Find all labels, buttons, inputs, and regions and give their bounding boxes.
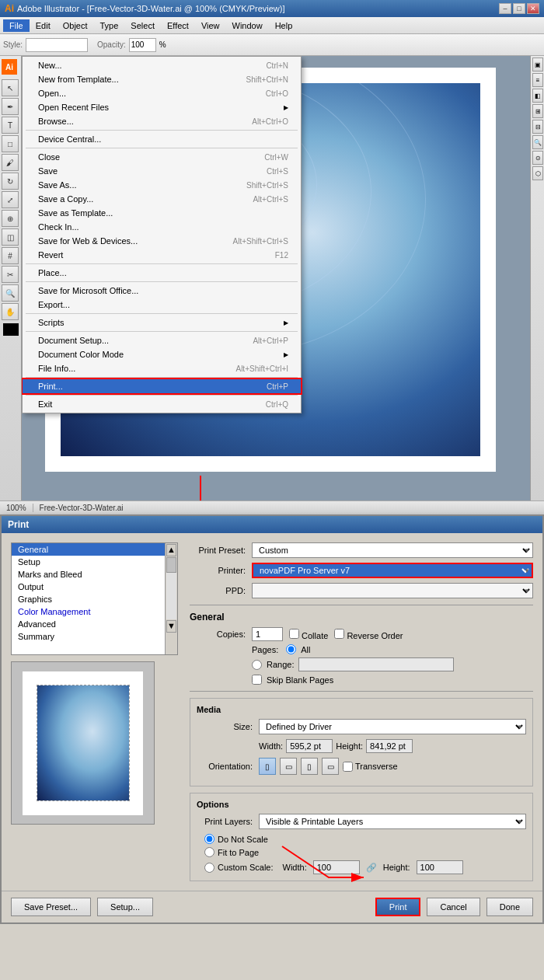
landscape-flip-btn[interactable]: ▭ [322, 758, 339, 775]
preset-select[interactable]: Custom [252, 542, 533, 558]
list-scrollbar[interactable]: ▲ ▼ [165, 543, 177, 654]
panel-btn-4[interactable]: ⊞ [532, 104, 543, 118]
list-item-graphics[interactable]: Graphics [12, 593, 177, 605]
maximize-button[interactable]: □ [513, 3, 525, 14]
close-button[interactable]: ✕ [527, 3, 539, 14]
menu-new[interactable]: New... Ctrl+N [23, 58, 301, 72]
menu-scripts[interactable]: Scripts [23, 316, 301, 330]
gradient-tool[interactable]: ◫ [2, 228, 19, 246]
landscape-btn[interactable]: ▭ [280, 758, 297, 775]
scissors-tool[interactable]: ✂ [2, 266, 19, 283]
menu-color-mode[interactable]: Document Color Mode [23, 347, 301, 361]
panel-btn-1[interactable]: ▣ [532, 58, 543, 71]
list-item-marks[interactable]: Marks and Bleed [12, 568, 177, 581]
menu-place[interactable]: Place... [23, 266, 301, 280]
list-item-color[interactable]: Color Management [12, 605, 177, 618]
scroll-thumb[interactable] [166, 557, 176, 573]
skip-blank-checkbox[interactable] [252, 675, 262, 685]
menu-device-central[interactable]: Device Central... [23, 132, 301, 146]
fill-color[interactable] [3, 323, 19, 336]
list-item-summary[interactable]: Summary [12, 630, 177, 643]
minimize-button[interactable]: – [499, 3, 511, 14]
panel-btn-5[interactable]: ⊟ [532, 120, 543, 134]
custom-scale-radio[interactable] [204, 863, 214, 873]
menu-save-as[interactable]: Save As... Shift+Ctrl+S [23, 178, 301, 192]
selection-tool[interactable]: ↖ [2, 79, 19, 96]
zoom-tool[interactable]: 🔍 [2, 284, 19, 302]
panel-btn-3[interactable]: ◧ [532, 89, 543, 103]
hand-tool[interactable]: ✋ [2, 303, 19, 320]
menu-close[interactable]: Close Ctrl+W [23, 150, 301, 164]
height-input[interactable] [366, 739, 413, 753]
brush-tool[interactable]: 🖌 [2, 154, 19, 171]
fit-to-page-radio[interactable] [204, 847, 214, 857]
menu-revert[interactable]: Revert F12 [23, 248, 301, 262]
menu-doc-setup[interactable]: Document Setup... Alt+Ctrl+P [23, 333, 301, 347]
list-item-advanced[interactable]: Advanced [12, 618, 177, 630]
width-input[interactable] [286, 739, 333, 753]
done-button[interactable]: Done [486, 898, 533, 916]
cancel-button[interactable]: Cancel [427, 898, 479, 916]
menu-exit[interactable]: Exit Ctrl+Q [23, 397, 301, 411]
menu-save-copy[interactable]: Save a Copy... Alt+Ctrl+S [23, 192, 301, 206]
opacity-input[interactable]: 100 [129, 38, 156, 52]
menu-object[interactable]: Object [57, 19, 94, 32]
panel-btn-8[interactable]: ⬡ [532, 166, 543, 180]
mesh-tool[interactable]: # [2, 247, 19, 264]
shape-tool[interactable]: □ [2, 135, 19, 152]
menu-new-template[interactable]: New from Template... Shift+Ctrl+N [23, 72, 301, 86]
pen-tool[interactable]: ✒ [2, 98, 19, 115]
pages-range-input[interactable] [298, 657, 454, 671]
menu-open-recent[interactable]: Open Recent Files [23, 100, 301, 114]
save-preset-button[interactable]: Save Preset... [11, 898, 91, 916]
print-layers-select[interactable]: Visible & Printable Layers [259, 814, 526, 829]
style-select[interactable] [26, 38, 88, 52]
menu-type[interactable]: Type [94, 19, 125, 32]
transverse-checkbox[interactable] [343, 762, 353, 772]
menu-effect[interactable]: Effect [161, 19, 195, 32]
menu-edit[interactable]: Edit [30, 19, 57, 32]
menu-view[interactable]: View [195, 19, 226, 32]
menu-window[interactable]: Window [226, 19, 269, 32]
panel-btn-7[interactable]: ⊙ [532, 151, 543, 165]
reverse-order-checkbox[interactable] [334, 629, 344, 639]
scale-tool[interactable]: ⤢ [2, 191, 19, 208]
custom-height-input[interactable] [417, 860, 463, 874]
menu-export[interactable]: Export... [23, 298, 301, 312]
menu-save-web[interactable]: Save for Web & Devices... Alt+Shift+Ctrl… [23, 234, 301, 248]
rotate-tool[interactable]: ↻ [2, 173, 19, 190]
type-tool[interactable]: T [2, 117, 19, 134]
blend-tool[interactable]: ⊕ [2, 210, 19, 227]
list-item-general[interactable]: General [12, 543, 177, 556]
scroll-up-btn[interactable]: ▲ [166, 544, 176, 556]
menu-print[interactable]: Print... Ctrl+P [23, 379, 301, 393]
ppd-select[interactable] [252, 583, 533, 598]
collate-checkbox[interactable] [289, 629, 299, 639]
size-select[interactable]: Defined by Driver [259, 719, 526, 734]
menu-save-office[interactable]: Save for Microsoft Office... [23, 284, 301, 298]
setup-button[interactable]: Setup... [97, 898, 153, 916]
menu-browse[interactable]: Browse... Alt+Ctrl+O [23, 114, 301, 128]
title-bar-controls[interactable]: – □ ✕ [499, 3, 539, 14]
copies-input[interactable] [252, 627, 283, 641]
list-item-output[interactable]: Output [12, 581, 177, 593]
portrait-flip-btn[interactable]: ▯ [301, 758, 318, 775]
menu-help[interactable]: Help [269, 19, 299, 32]
menu-check-in[interactable]: Check In... [23, 220, 301, 234]
do-not-scale-radio[interactable] [204, 834, 214, 844]
portrait-btn[interactable]: ▯ [259, 758, 276, 775]
printer-select[interactable]: novaPDF Pro Server v7 [252, 563, 533, 578]
menu-open[interactable]: Open... Ctrl+O [23, 86, 301, 100]
menu-save[interactable]: Save Ctrl+S [23, 164, 301, 178]
print-button[interactable]: Print [375, 898, 421, 916]
menu-file[interactable]: File [3, 19, 30, 32]
panel-btn-2[interactable]: ≡ [532, 73, 543, 87]
menu-save-template[interactable]: Save as Template... [23, 206, 301, 220]
pages-range-radio[interactable] [252, 660, 262, 670]
panel-btn-6[interactable]: 🔍 [532, 135, 543, 149]
scroll-down-btn[interactable]: ▼ [166, 620, 176, 633]
menu-select[interactable]: Select [124, 19, 161, 32]
list-item-setup[interactable]: Setup [12, 556, 177, 568]
menu-file-info[interactable]: File Info... Alt+Shift+Ctrl+I [23, 361, 301, 375]
pages-all-radio[interactable] [286, 644, 296, 654]
